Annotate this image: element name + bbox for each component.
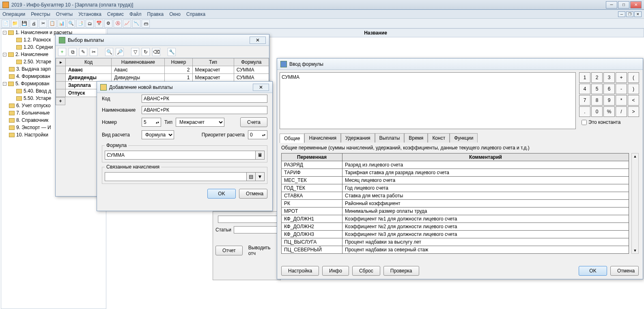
keypad-key[interactable]: 5 [591,84,603,94]
toolbar-icon[interactable]: 📄 [2,19,10,28]
keypad-key[interactable]: > [628,106,639,117]
filter-icon[interactable]: ▽ [131,48,139,56]
related-down-icon[interactable]: ▼ [256,172,265,181]
row-selector-header[interactable]: ▸ [56,58,66,66]
table-row[interactable]: ПЦ_ВЫСЛУГАПроцент надбавки за выслугу ле… [282,238,629,246]
keypad-key[interactable]: 1 [579,72,590,83]
keypad-key[interactable]: 7 [579,95,590,106]
toolbar-icon[interactable]: 📊 [58,19,66,28]
menu-operations[interactable]: Операции [2,11,25,17]
table-row[interactable]: МЕС_ТЕКМесяц лицевого счета [282,177,629,184]
name-input[interactable] [142,106,267,114]
maximize-button[interactable]: □ [618,1,629,9]
keypad-key[interactable]: ) [628,84,639,94]
tree-toggle-icon[interactable]: - [3,31,6,35]
keypad-key[interactable]: 8 [591,95,603,106]
clear-filter-icon[interactable]: ⌫ [152,48,160,56]
related-list-icon[interactable]: ▤ [247,172,256,181]
table-row[interactable]: ГОД_ТЕКГод лицевого счета [282,184,629,192]
menu-window[interactable]: Окно [169,11,181,17]
tab-6[interactable]: Функции [450,133,478,143]
mdi-restore[interactable]: ❐ [626,11,633,17]
keypad-key[interactable]: . [579,106,590,117]
reset-button[interactable]: Сброс [352,266,380,276]
copy-icon[interactable]: ⧉ [69,48,77,56]
toolbar-icon[interactable]: 📁 [11,19,19,28]
cut-icon[interactable]: ✂ [90,48,98,56]
table-row[interactable]: ДивидендыДивиденды1МежрасчетСУММА [56,74,269,82]
toolbar-icon[interactable]: ⚙ [104,19,112,28]
keypad-key[interactable]: / [616,106,627,117]
toolbar-icon[interactable]: 📋 [48,19,56,28]
keypad-key[interactable]: % [603,106,615,117]
toolbar-icon[interactable]: 💾 [20,19,28,28]
accounts-button[interactable]: Счета [240,117,267,127]
col-code[interactable]: Код [66,58,112,66]
formula-input[interactable] [105,151,256,160]
table-row[interactable]: ПЦ_СЕВЕРНЫЙПроцент надбавки за северный … [282,246,629,254]
table-row[interactable]: СТАВКАСтавка для места работы [282,192,629,200]
col-variable[interactable]: Переменная [282,153,342,161]
field-input[interactable] [218,216,280,223]
table-row[interactable]: ТАРИФТарифная ставка для разряда лицевог… [282,169,629,177]
close-icon[interactable]: ✕ [253,84,269,91]
mdi-close[interactable]: ✕ [634,11,642,17]
table-row[interactable]: КФ_ДОЛЖН3Коэффициент №3 для должности ли… [282,231,629,238]
toolbar-icon[interactable]: 🔍 [67,19,75,28]
tab-4[interactable]: Время [404,133,428,143]
keypad-key[interactable]: 9 [603,95,615,106]
settings-button[interactable]: Настройка [281,266,319,276]
table-row[interactable]: АвансАванс2МежрасчетСУММА [56,66,269,74]
toolbar-icon[interactable]: 📈 [123,19,131,28]
minimize-button[interactable]: ─ [606,1,617,9]
priority-spinner[interactable]: 0▴▾ [248,130,267,139]
related-input[interactable] [105,172,247,181]
col-formula[interactable]: Формула [234,58,269,66]
settings-icon[interactable]: 🔧 [168,48,176,56]
keypad-key[interactable]: + [616,72,627,83]
keypad-key[interactable]: < [628,95,639,106]
col-name[interactable]: Наименование [112,58,165,66]
table-row[interactable]: КФ_ДОЛЖН2Коэффициент №2 для должности ли… [282,223,629,231]
cancel-button[interactable]: Отмена [610,266,639,276]
tab-1[interactable]: Начисления [304,133,341,143]
mdi-minimize[interactable]: ─ [618,11,625,17]
col-num[interactable]: Номер [165,58,192,66]
search-icon[interactable]: 🔎 [116,48,124,56]
formula-edit-icon[interactable]: 🖩 [256,151,265,160]
toolbar-icon[interactable]: 🗃 [142,19,150,28]
tab-5[interactable]: Конст [428,133,450,143]
ok-button[interactable]: OK [207,189,236,199]
keypad-key[interactable]: 0 [591,106,603,117]
tree-toggle-icon[interactable]: - [3,82,6,86]
table-row[interactable]: КФ_ДОЛЖН1Коэффициент №1 для должности ли… [282,215,629,223]
calc-kind-select[interactable]: Формула [142,130,174,139]
toolbar-icon[interactable]: 📑 [76,19,84,28]
tab-3[interactable]: Выплаты [375,133,405,143]
keypad-key[interactable]: ( [628,72,639,83]
toolbar-icon[interactable]: Ⓐ [114,19,122,28]
variables-table[interactable]: Переменная Комментарий РАЗРЯДРазряд из л… [281,153,629,254]
toolbar-icon[interactable]: 📉 [132,19,140,28]
keypad-key[interactable]: 4 [579,84,590,94]
table-row[interactable]: МРОТМинимальный размер оплаты труда [282,207,629,215]
find-icon[interactable]: 🔍 [105,48,113,56]
toolbar-icon[interactable]: ✂ [39,19,47,28]
col-comment[interactable]: Комментарий [342,153,629,161]
table-row[interactable]: РАЗРЯДРазряд из лицевого счета [282,161,629,169]
menu-service[interactable]: Сервис [107,11,124,17]
code-input[interactable] [142,95,267,103]
edit-icon[interactable]: ✎ [79,48,87,56]
tab-2[interactable]: Удержания [341,133,375,143]
toolbar-icon[interactable]: 📅 [95,19,103,28]
keypad-key[interactable]: - [616,84,627,94]
keypad-key[interactable]: 2 [591,72,603,83]
scrollbar[interactable]: ▲▼ [631,153,639,254]
type-select[interactable]: Межрасчет [176,118,224,127]
menu-edit[interactable]: Правка [147,11,164,17]
toolbar-icon[interactable]: 🗂 [86,19,94,28]
menu-file[interactable]: Файл [129,11,142,17]
tree-toggle-icon[interactable]: - [3,53,6,56]
keypad-key[interactable]: 3 [603,72,615,83]
info-button[interactable]: Инфо [322,266,349,276]
